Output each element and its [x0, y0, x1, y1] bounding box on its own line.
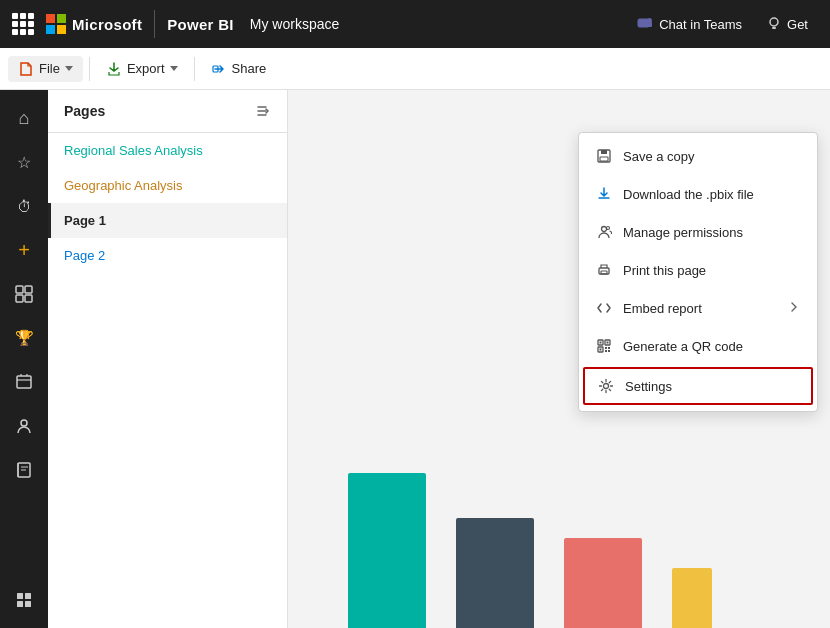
svg-rect-20 [600, 157, 608, 161]
pages-header: Pages [48, 90, 287, 133]
svg-rect-14 [17, 593, 23, 599]
file-button[interactable]: File [8, 56, 83, 82]
download-pbix-label: Download the .pbix file [623, 187, 754, 202]
sidebar-workspaces-icon[interactable] [4, 362, 44, 402]
svg-rect-15 [25, 593, 31, 599]
sidebar-create-icon[interactable]: + [4, 230, 44, 270]
embed-report-icon [595, 299, 613, 317]
toolbar-divider2 [194, 57, 195, 81]
waffle-menu[interactable] [12, 13, 34, 35]
export-button[interactable]: Export [96, 56, 188, 82]
settings-label: Settings [625, 379, 672, 394]
svg-point-21 [602, 227, 607, 232]
menu-embed-report[interactable]: Embed report [579, 289, 817, 327]
report-canvas: Save a copy Download the .pbix file [288, 90, 830, 628]
page-item-regional[interactable]: Regional Sales Analysis [48, 133, 287, 168]
svg-point-22 [607, 227, 610, 230]
lightbulb-icon [766, 16, 782, 32]
svg-rect-33 [605, 350, 607, 352]
svg-rect-31 [605, 347, 607, 349]
sidebar-book-icon[interactable] [4, 450, 44, 490]
sidebar-home-icon[interactable]: ⌂ [4, 98, 44, 138]
topbar-divider [154, 10, 155, 38]
menu-download-pbix[interactable]: Download the .pbix file [579, 175, 817, 213]
pages-title: Pages [64, 103, 105, 119]
bar-2 [456, 518, 534, 628]
sidebar-icons: ⌂ ☆ ⏱ + 🏆 [0, 90, 48, 628]
svg-rect-5 [772, 27, 776, 29]
export-label: Export [127, 61, 165, 76]
microsoft-logo: Microsoft [46, 14, 142, 34]
svg-rect-24 [601, 271, 607, 274]
share-label: Share [232, 61, 267, 76]
get-label: Get [787, 17, 808, 32]
save-copy-label: Save a copy [623, 149, 695, 164]
ms-squares [46, 14, 66, 34]
get-button[interactable]: Get [756, 12, 818, 36]
page-item-page2[interactable]: Page 2 [48, 238, 287, 273]
microsoft-label: Microsoft [72, 16, 142, 33]
menu-save-copy[interactable]: Save a copy [579, 137, 817, 175]
manage-permissions-icon [595, 223, 613, 241]
page-item-geographic[interactable]: Geographic Analysis [48, 168, 287, 203]
svg-point-35 [604, 384, 609, 389]
svg-rect-17 [25, 601, 31, 607]
generate-qr-icon [595, 337, 613, 355]
settings-icon [597, 377, 615, 395]
powerbi-label: Power BI [167, 16, 234, 33]
sidebar-favorites-icon[interactable]: ☆ [4, 142, 44, 182]
svg-rect-30 [600, 349, 602, 351]
menu-settings[interactable]: Settings [583, 367, 813, 405]
svg-point-12 [21, 420, 27, 426]
embed-report-label: Embed report [623, 301, 702, 316]
teams-icon [636, 15, 654, 33]
bar-1 [348, 473, 426, 628]
svg-rect-10 [25, 295, 32, 302]
workspace-label: My workspace [250, 16, 339, 32]
main-layout: ⌂ ☆ ⏱ + 🏆 [0, 90, 830, 628]
share-icon [211, 61, 227, 77]
toolbar: File Export Share [0, 48, 830, 90]
menu-generate-qr[interactable]: Generate a QR code [579, 327, 817, 365]
file-icon [18, 61, 34, 77]
svg-rect-26 [600, 342, 602, 344]
menu-print-page[interactable]: Print this page [579, 251, 817, 289]
pages-collapse-button[interactable] [253, 102, 271, 120]
sidebar-apps-icon[interactable] [4, 274, 44, 314]
topbar: Microsoft Power BI My workspace Chat in … [0, 0, 830, 48]
sidebar-bottom-icon[interactable] [4, 580, 44, 620]
chat-teams-button[interactable]: Chat in Teams [626, 11, 752, 37]
svg-rect-28 [607, 342, 609, 344]
svg-point-4 [770, 18, 778, 26]
save-copy-icon [595, 147, 613, 165]
svg-rect-7 [16, 286, 23, 293]
svg-rect-34 [608, 350, 610, 352]
svg-rect-32 [608, 347, 610, 349]
export-chevron [170, 66, 178, 71]
sidebar-people-icon[interactable] [4, 406, 44, 446]
topbar-actions: Chat in Teams Get [626, 11, 818, 37]
file-dropdown: Save a copy Download the .pbix file [578, 132, 818, 412]
toolbar-divider1 [89, 57, 90, 81]
file-chevron [65, 66, 73, 71]
download-pbix-icon [595, 185, 613, 203]
bar-3 [564, 538, 642, 628]
pages-panel: Pages Regional Sales Analysis Geographic… [48, 90, 288, 628]
share-button[interactable]: Share [201, 56, 277, 82]
svg-rect-16 [17, 601, 23, 607]
file-label: File [39, 61, 60, 76]
print-page-icon [595, 261, 613, 279]
menu-manage-permissions[interactable]: Manage permissions [579, 213, 817, 251]
chart-area [288, 428, 830, 628]
page-item-page1[interactable]: Page 1 [48, 203, 287, 238]
svg-rect-9 [16, 295, 23, 302]
svg-rect-19 [601, 150, 607, 154]
svg-rect-3 [647, 22, 652, 27]
sidebar-recent-icon[interactable]: ⏱ [4, 186, 44, 226]
embed-report-arrow [787, 300, 801, 317]
export-icon [106, 61, 122, 77]
svg-rect-8 [25, 286, 32, 293]
sidebar-learn-icon[interactable]: 🏆 [4, 318, 44, 358]
bar-4 [672, 568, 712, 628]
chat-teams-label: Chat in Teams [659, 17, 742, 32]
